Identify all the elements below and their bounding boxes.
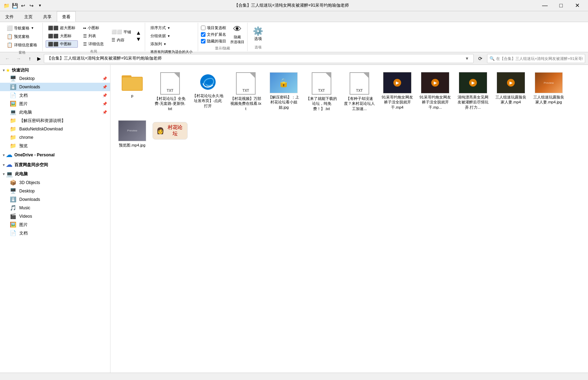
medium-icons-button[interactable]: ⬛⬛中图标 <box>46 40 78 48</box>
tab-home[interactable]: 主页 <box>19 12 38 22</box>
downloads-label: Downloads <box>19 84 40 89</box>
details-pane-button[interactable]: 📋详细信息窗格 <box>4 41 40 49</box>
file-item-edge[interactable]: 【村花论坛永久地址发布页】-点此打开 <box>190 69 225 114</box>
sidebar-item-pictures-pc[interactable]: 🖼️ 图片 <box>0 220 110 229</box>
details-button[interactable]: ☰详细信息 <box>81 40 106 48</box>
up-button[interactable]: ↑ <box>25 54 34 63</box>
list-button[interactable]: ☰列表 <box>81 32 106 40</box>
large-icons-button[interactable]: ⬛⬛大图标 <box>46 32 78 40</box>
sidebar-item-music[interactable]: 🎵 Music <box>0 204 110 212</box>
sidebar-item-desktop-pc[interactable]: 🖥️ Desktop <box>0 187 110 195</box>
file-item-jpg-thumb1[interactable]: Preview 三人组迷玩露脸良家人妻.mp4.jpg <box>531 69 566 114</box>
unzip-folder-label: 【解压密码和资源说明】 <box>19 118 66 124</box>
close-button[interactable]: ✕ <box>569 0 585 11</box>
file-item-txt1[interactable]: TXT 【村花论坛】全免费-无套路-更新快.txt <box>153 69 188 114</box>
nav-pane-button[interactable]: ⬜导航窗格▼ <box>4 24 40 32</box>
file-name-jpg-thumb2: 预览图.mp4.jpg <box>119 143 145 148</box>
pictures-label: 图片 <box>19 101 28 107</box>
desktop-pc-icon: 🖥️ <box>10 188 16 194</box>
options-button[interactable]: ⚙️ 选项 <box>253 26 263 41</box>
file-ext-toggle[interactable]: 文件扩展名 <box>201 32 226 37</box>
maximize-button[interactable]: □ <box>553 0 569 11</box>
file-item-mp4-1[interactable]: ▶ 91呆哥约炮女网友裤子没全脱就开干.mp4 <box>380 69 415 114</box>
sort-by-button[interactable]: 排序方式▼ <box>148 24 195 32</box>
desktop-icon: 🖥️ <box>10 75 16 82</box>
sidebar-item-3d-objects[interactable]: 📦 3D Objects <box>0 178 110 187</box>
file-item-mp4-3[interactable]: ▶ 清纯漂亮美女见网友被灌醉后尽情玩弄.打力... <box>455 69 491 114</box>
quick-access-header[interactable]: ▾ ★ 快速访问 <box>0 66 110 74</box>
sidebar-item-downloads-pc[interactable]: ⬇️ Downloads <box>0 195 110 204</box>
window-controls: — □ ✕ <box>537 0 585 11</box>
sidebar-item-downloads[interactable]: ⬇️ Downloads 📌 <box>0 83 110 91</box>
onedrive-header[interactable]: ▾ ☁ OneDrive - Personal <box>0 150 110 160</box>
file-item-txt2[interactable]: TXT 【村花视频】万部视频免费在线看.txt <box>228 69 263 114</box>
file-item-p[interactable]: p <box>115 69 150 114</box>
layout-expand-icon[interactable]: ▲ <box>136 30 141 36</box>
redo-icon[interactable]: ↪ <box>28 2 35 9</box>
baidu-drive-header[interactable]: ▾ ☁ 百度网盘同步空间 <box>0 160 110 170</box>
tiles-button[interactable]: ⬜⬜平铺 <box>109 28 134 36</box>
search-box[interactable]: 🔍 <box>487 54 585 63</box>
group-by-button[interactable]: 分组依据▼ <box>148 32 195 40</box>
onedrive-cloud-icon: ☁ <box>6 151 12 159</box>
hidden-items-toggle[interactable]: 隐藏的项目 <box>201 39 226 44</box>
downloads-pc-icon: ⬇️ <box>10 196 16 203</box>
add-column-button[interactable]: 添加列▼ <box>148 40 195 48</box>
sidebar-item-documents[interactable]: 📄 文档 📌 <box>0 91 110 100</box>
file-item-txt4[interactable]: TXT 【有种子却没速度？来村花论坛人工加速... <box>342 69 377 114</box>
save-icon[interactable]: 💾 <box>11 2 18 9</box>
file-item-mp4-4[interactable]: ▶ 三人组迷玩露脸良家人妻.mp4 <box>493 69 528 114</box>
layout-collapse-icon[interactable]: ▼ <box>136 36 141 42</box>
videos-icon: 🎬 <box>10 213 16 219</box>
baidu-drive-chevron: ▾ <box>3 163 5 167</box>
ribbon-tabs: 文件 主页 共享 查看 <box>0 11 588 22</box>
small-icons-button[interactable]: ▪▪小图标 <box>81 24 106 32</box>
item-checkbox-input[interactable] <box>201 26 205 30</box>
tab-share[interactable]: 共享 <box>38 12 57 22</box>
undo-icon[interactable]: ↩ <box>20 2 27 9</box>
back-button[interactable]: ← <box>3 54 12 63</box>
address-chevron-icon[interactable]: ▼ <box>465 56 471 61</box>
search-input[interactable] <box>496 56 583 61</box>
preview-pane-button[interactable]: 📋预览窗格 <box>4 33 40 40</box>
downloads-icon: ⬇️ <box>10 84 16 90</box>
sidebar-item-preview[interactable]: 📁 预览 <box>0 142 110 150</box>
sidebar-item-documents-pc[interactable]: 📄 文档 <box>0 229 110 237</box>
mp4-3-thumb-container: ▶ <box>459 72 487 93</box>
file-name-mp4-2: 91呆哥约炮女网友裤子没全脱就开干.mp... <box>419 95 451 110</box>
item-checkbox-toggle[interactable]: 项目复选框 <box>201 25 226 30</box>
sidebar-item-chrome[interactable]: 📁 chrome <box>0 133 110 142</box>
refresh-button[interactable]: ⟳ <box>476 54 485 63</box>
address-input[interactable]: 【合集】三人组迷玩+清纯女网友被灌醉+91呆哥约炮瑜伽老师 ▼ <box>44 54 474 63</box>
sidebar-item-thispc-quick[interactable]: 💻 此电脑 📌 <box>0 108 110 116</box>
address-path-text: 【合集】三人组迷玩+清纯女网友被灌醉+91呆哥约炮瑜伽老师 <box>47 55 162 61</box>
sidebar-item-desktop[interactable]: 🖥️ Desktop 📌 <box>0 74 110 83</box>
file-ext-input[interactable] <box>201 32 205 37</box>
file-item-jpg-blue[interactable]: 🔒 【解压密码】：上村花论坛看小姐姐.jpg <box>266 69 301 114</box>
sidebar-item-pictures[interactable]: 🖼️ 图片 📌 <box>0 100 110 108</box>
file-name-p: p <box>131 93 133 98</box>
extra-large-icons-button[interactable]: ⬛⬛超大图标 <box>46 24 78 32</box>
tab-view[interactable]: 查看 <box>57 11 76 22</box>
sidebar-item-unzip-folder[interactable]: 📁 【解压密码和资源说明】 <box>0 116 110 125</box>
file-name-mp4-1: 91呆哥约炮女网友裤子没全脱就开干.mp4 <box>381 95 413 110</box>
file-item-mp4-2[interactable]: ▶ 91呆哥约炮女网友裤子没全脱就开干.mp... <box>418 69 453 114</box>
hidden-items-input[interactable] <box>201 39 205 43</box>
minimize-button[interactable]: — <box>537 0 553 11</box>
sidebar-item-videos[interactable]: 🎬 Videos <box>0 212 110 220</box>
file-item-watermark[interactable]: 👩 村花论坛 <box>153 117 188 151</box>
preview-icon: 📁 <box>10 143 16 149</box>
tab-file[interactable]: 文件 <box>0 12 19 22</box>
thispc-header[interactable]: ▾ 💻 此电脑 <box>0 170 110 178</box>
hide-selected-button[interactable]: 👁 隐藏所选项目 <box>230 24 244 45</box>
file-item-txt3[interactable]: TXT 【来了就能下载的论坛，纯免费！】.txt <box>304 69 339 114</box>
content-button[interactable]: ☰内容 <box>109 36 134 44</box>
jpg-thumb2-img: Preview <box>118 120 146 141</box>
file-item-jpg-thumb2[interactable]: Preview 预览图.mp4.jpg <box>115 117 150 151</box>
sidebar-item-baidu-download[interactable]: 📁 BaiduNetdiskDownload <box>0 125 110 133</box>
customize-icon[interactable]: ▼ <box>36 2 43 9</box>
title-bar-icons: 📁 💾 ↩ ↪ ▼ <box>3 2 43 9</box>
file-name-edge: 【村花论坛永久地址发布页】-点此打开 <box>192 93 224 108</box>
forward-button[interactable]: → <box>14 54 23 63</box>
file-name-txt4: 【有种子却没速度？来村花论坛人工加速... <box>344 96 375 111</box>
